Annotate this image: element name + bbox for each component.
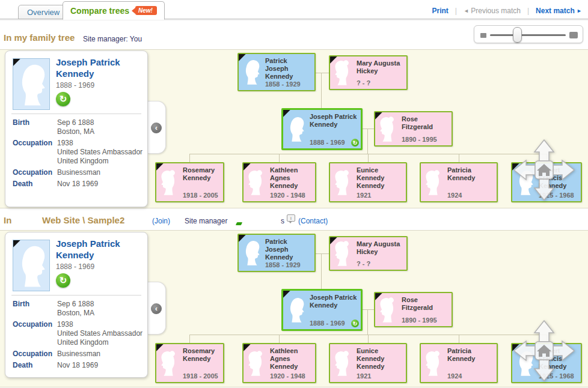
node-name: Kathleen Agnes Kennedy [270,347,312,371]
person-name: Joseph Patrick Kennedy [56,238,145,261]
node-name: Patrick Joseph Kennedy [265,238,311,261]
person-dates: 1888 - 1969 [56,81,94,89]
connector-line [189,335,190,343]
fact-row-occupation2: Occupation Businessman [13,350,144,359]
fact-value: Nov 18 1969 [57,361,98,370]
connector-line [189,154,190,162]
tree-node-father[interactable]: Patrick Joseph Kennedy 1858 - 1929 [237,53,316,91]
fact-label: Death [13,180,57,189]
connector-line [321,73,322,108]
female-silhouette-icon [246,168,266,197]
node-dates: 1858 - 1929 [265,80,311,88]
divider [11,295,141,296]
female-silhouette-icon [332,58,353,87]
tab-overview-label: Overview [27,8,60,17]
node-dates: 1924 [447,372,494,380]
tree-node-focus-person[interactable]: Joseph Patrick Kennedy 1888 - 1969 ↻ [281,108,363,150]
sync-icon[interactable]: ↻ [56,92,70,106]
fact-label: Occupation [13,320,57,347]
node-dates: 1921 [357,372,403,380]
tree-node-child-2[interactable]: Kathleen Agnes Kennedy 1920 - 1948 [242,162,316,202]
fact-label: Occupation [13,168,57,177]
new-badge: New! [135,6,157,15]
zoom-slider-thumb[interactable] [513,27,522,43]
node-dates: ? - ? [357,260,403,267]
female-silhouette-icon [378,115,398,144]
fact-value: Nov 18 1969 [57,180,98,189]
tree-navigation-pad[interactable] [513,139,575,201]
node-name: Mary Augusta Hickey [357,59,403,75]
zoom-in-icon[interactable] [569,32,578,38]
previous-match-link[interactable]: ◄ Previous match [464,7,521,15]
tab-overview[interactable]: Overview [18,5,69,19]
node-dates: 1888 - 1969 [310,139,358,146]
sync-icon[interactable]: ↻ [56,273,70,288]
node-name: Patrick Joseph Kennedy [265,57,311,80]
node-name: Patricia Kennedy [447,166,494,182]
node-dates: 1920 - 1948 [270,372,312,380]
next-match-link[interactable]: Next match ► [536,7,582,15]
zoom-slider-track[interactable] [490,34,566,36]
chevron-left-icon[interactable]: ‹ [151,123,162,133]
node-name: Rose Fitzgerald [402,296,449,312]
fact-row-occupation2: Occupation Businessman [13,168,144,177]
info-bubble-icon[interactable]: i [287,214,295,222]
tree-node-child-4[interactable]: Patricia Kennedy 1924 [420,162,498,202]
tree-node-child-1[interactable]: Rosemary Kennedy 1918 - 2005 [155,343,224,383]
tree-node-child-4[interactable]: Patricia Kennedy 1924 [420,343,498,383]
node-name: Rosemary Kennedy [183,166,220,182]
node-dates: ? - ? [357,79,403,86]
join-link[interactable]: (Join) [152,217,170,225]
tree-node-father[interactable]: Patrick Joseph Kennedy 1858 - 1929 [237,234,316,272]
tab-compare-trees-label: Compare trees [70,6,129,16]
person-card: Joseph Patrick Kennedy 1888 - 1969 ↻ Bir… [5,50,148,207]
female-silhouette-icon [423,349,444,378]
node-name: Eunice Kennedy Kennedy [357,166,403,190]
zoom-out-icon[interactable] [480,33,486,38]
left-arrow-icon: ◄ [464,8,469,14]
card-collapse-handle[interactable]: ‹ [148,101,166,154]
tree-node-spouse[interactable]: Rose Fitzgerald 1890 - 1995 [374,292,453,327]
avatar [13,58,50,110]
avatar [13,240,50,291]
chevron-left-icon[interactable]: ‹ [151,303,162,314]
tree-node-child-3[interactable]: Eunice Kennedy Kennedy 1921 [329,162,407,202]
contact-link[interactable]: (Contact) [298,217,328,225]
male-silhouette-icon [241,58,262,86]
tree-node-child-1[interactable]: Rosemary Kennedy 1918 - 2005 [155,162,224,202]
tree-node-mother[interactable]: Mary Augusta Hickey ? - ? [329,55,408,90]
tab-compare-trees[interactable]: Compare trees New! [63,1,165,20]
male-silhouette-icon [286,296,306,324]
node-name: Eunice Kennedy Kennedy [357,347,403,371]
tree-navigation-pad[interactable] [513,320,575,382]
fact-value: 1938United States AmbassadorUnited Kingd… [57,139,142,166]
tree-node-child-2[interactable]: Kathleen Agnes Kennedy 1920 - 1948 [242,343,316,383]
tree-node-focus-person[interactable]: Joseph Patrick Kennedy 1888 - 1969 ↻ [281,289,363,331]
connector-line [459,154,459,162]
node-dates: 1890 - 1995 [402,317,449,324]
card-collapse-handle[interactable]: ‹ [148,282,166,335]
sync-icon: ↻ [351,320,359,327]
node-dates: 1921 [357,192,403,199]
compare-trees-page: Overview Compare trees New! Print | ◄ Pr… [0,0,588,388]
connector-line [279,335,280,343]
node-dates: 1888 - 1969 [310,320,358,327]
zoom-slider[interactable] [474,25,583,43]
female-silhouette-icon [246,349,266,378]
separator: | [455,7,457,15]
node-name: Patricia Kennedy [447,347,494,363]
tree-node-child-3[interactable]: Eunice Kennedy Kennedy 1921 [329,343,407,383]
tree-node-spouse[interactable]: Rose Fitzgerald 1890 - 1995 [374,111,453,147]
print-link[interactable]: Print [432,7,448,15]
female-silhouette-icon [378,296,398,324]
connector-line [321,253,322,289]
female-silhouette-icon [423,168,444,197]
fact-label: Occupation [13,350,57,359]
node-dates: 1890 - 1995 [402,136,449,143]
male-silhouette-icon [14,242,48,290]
female-silhouette-icon [332,349,353,378]
node-dates: 1918 - 2005 [183,192,220,199]
tree-node-mother[interactable]: Mary Augusta Hickey ? - ? [329,236,408,271]
female-silhouette-icon [332,239,353,268]
fact-row-death: Death Nov 18 1969 [13,361,144,370]
